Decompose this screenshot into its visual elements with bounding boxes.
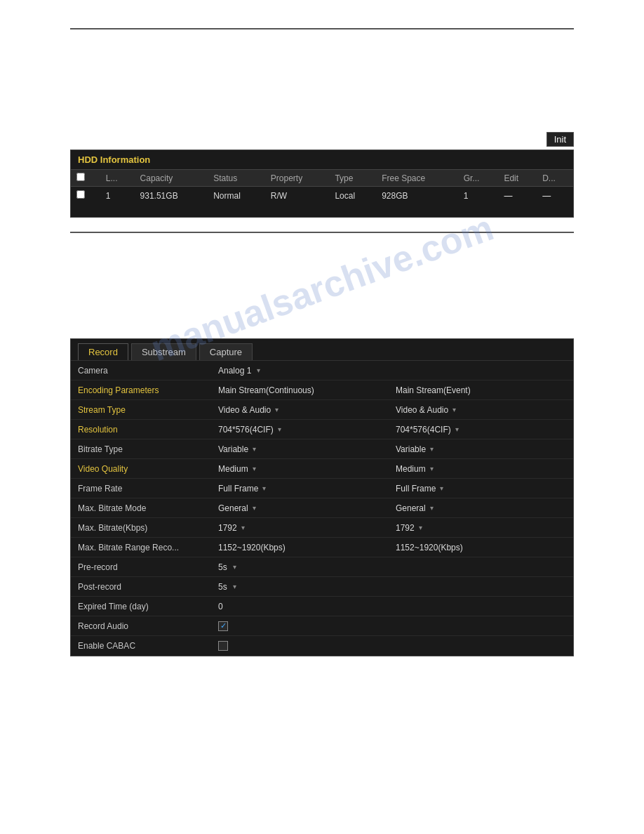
encoding-params-values: Main Stream(Continuous) Main Stream(Even… [218,385,566,395]
stream-col2: Video & Audio ▾ [396,405,566,415]
mbitmode-col2-text: General [396,503,426,513]
record-audio-label: Record Audio [78,621,218,631]
camera-dropdown-value: Analog 1 [218,366,251,376]
stream-col1-arrow[interactable]: ▾ [275,406,279,413]
enable-cabac-label: Enable CABAC [78,641,218,651]
resolution-col1-arrow[interactable]: ▾ [278,425,281,433]
resolution-values: 704*576(4CIF) ▾ 704*576(4CIF) ▾ [218,425,566,435]
expired-time-label: Expired Time (day) [78,602,218,611]
enable-cabac-row: Enable CABAC [71,636,573,656]
max-bitrate-kbps-label: Max. Bitrate(Kbps) [78,523,218,533]
bitrate-col2-arrow[interactable]: ▾ [430,445,434,453]
resolution-col2-arrow[interactable]: ▾ [455,425,459,433]
col-type: Type [329,170,376,187]
vquality-col2-arrow[interactable]: ▾ [430,465,434,472]
mbitmode-col1-text: General [218,503,248,513]
col-status: Status [208,170,265,187]
stream-type-values: Video & Audio ▾ Video & Audio ▾ [218,405,566,415]
col-capacity: Capacity [135,170,208,187]
row-index: 1 [100,187,135,205]
expired-time-value: 0 [218,602,566,611]
col-group: Gr... [458,170,499,187]
mbitkbps-col1: 1792 ▾ [218,523,389,533]
mbitmode-col1-arrow[interactable]: ▾ [253,504,256,512]
mbitmode-col2: General ▾ [396,503,566,513]
mbitkbps-col2-text: 1792 [396,523,415,533]
resolution-col2-text: 704*576(4CIF) [396,425,451,435]
pre-record-row: Pre-record 5s ▾ [71,557,573,577]
enable-cabac-checkbox[interactable] [218,641,228,651]
max-bitrate-range-row: Max. Bitrate Range Reco... 1152~1920(Kbp… [71,538,573,557]
mbitkbps-col2-arrow[interactable]: ▾ [419,524,422,531]
resolution-row: Resolution 704*576(4CIF) ▾ 704*576(4CIF)… [71,420,573,439]
max-bitrate-kbps-values: 1792 ▾ 1792 ▾ [218,523,566,533]
camera-dropdown-arrow[interactable]: ▾ [257,366,260,374]
mbitmode-col2-arrow[interactable]: ▾ [430,504,434,512]
col-freespace: Free Space [376,170,458,187]
framerate-col1-text: Full Frame [218,484,258,494]
bitrate-type-row: Bitrate Type Variable ▾ Variable ▾ [71,439,573,459]
bitrate-type-values: Variable ▾ Variable ▾ [218,444,566,454]
row-delete-btn[interactable]: — [537,187,573,205]
record-settings-panel: Record Substream Capture Camera Analog 1… [70,338,574,656]
record-audio-checkbox[interactable] [218,621,228,631]
stream-col2-arrow[interactable]: ▾ [452,406,456,413]
row-checkbox[interactable] [71,187,100,205]
stream-type-label: Stream Type [78,405,218,415]
camera-label: Camera [78,366,218,376]
stream-col1-text: Video & Audio [218,405,271,415]
mid-space [70,247,574,331]
hdd-title: HDD Information [71,150,573,170]
col-index: L... [100,170,135,187]
intro-text-1 [70,44,574,121]
encoding-col2: Main Stream(Event) [396,385,566,395]
bitrate-col1-arrow[interactable]: ▾ [253,445,256,453]
row-freespace: 928GB [376,187,458,205]
row-edit-btn[interactable]: — [498,187,537,205]
encoding-col1-text: Main Stream(Continuous) [218,385,314,395]
framerate-col2-arrow[interactable]: ▾ [440,484,443,492]
framerate-col2: Full Frame ▾ [396,484,566,494]
pre-record-arrow[interactable]: ▾ [233,563,236,571]
mbitkbps-col2: 1792 ▾ [396,523,566,533]
encoding-col2-text: Main Stream(Event) [396,385,471,395]
tab-record[interactable]: Record [78,343,128,360]
frame-rate-row: Frame Rate Full Frame ▾ Full Frame ▾ [71,479,573,498]
vquality-col1-arrow[interactable]: ▾ [253,465,256,472]
encoding-params-row: Encoding Parameters Main Stream(Continuo… [71,380,573,400]
bitrate-col2-text: Variable [396,444,426,454]
row-capacity: 931.51GB [135,187,208,205]
pre-record-label: Pre-record [78,562,218,572]
record-tabs: Record Substream Capture [71,339,573,361]
hdd-table: L... Capacity Status Property Type Free … [71,170,573,204]
framerate-col1-arrow[interactable]: ▾ [262,484,266,492]
mbitkbps-col1-arrow[interactable]: ▾ [241,524,245,531]
bitrate-col1: Variable ▾ [218,444,389,454]
init-button[interactable]: Init [546,132,574,147]
max-bitrate-range-label: Max. Bitrate Range Reco... [78,543,218,552]
top-divider [70,28,574,29]
expired-time-row: Expired Time (day) 0 [71,597,573,616]
vquality-col1: Medium ▾ [218,464,389,474]
vquality-col1-text: Medium [218,464,248,474]
camera-value: Analog 1 ▾ [218,366,566,376]
stream-col2-text: Video & Audio [396,405,448,415]
mbitrange-col1-text: 1152~1920(Kbps) [218,543,286,552]
vquality-col2: Medium ▾ [396,464,566,474]
camera-row: Camera Analog 1 ▾ [71,361,573,380]
resolution-label: Resolution [78,425,218,435]
bitrate-type-label: Bitrate Type [78,444,218,454]
post-record-arrow[interactable]: ▾ [233,583,236,590]
expired-time-text: 0 [218,602,223,611]
record-audio-value [218,621,566,631]
pre-record-value: 5s ▾ [218,562,566,572]
max-bitrate-mode-label: Max. Bitrate Mode [78,503,218,513]
post-record-label: Post-record [78,582,218,592]
row-group: 1 [458,187,499,205]
video-quality-values: Medium ▾ Medium ▾ [218,464,566,474]
tab-capture[interactable]: Capture [199,343,253,360]
post-record-text: 5s [218,582,227,592]
tab-substream[interactable]: Substream [131,343,196,360]
framerate-col2-text: Full Frame [396,484,436,494]
select-all-checkbox[interactable] [76,173,85,181]
